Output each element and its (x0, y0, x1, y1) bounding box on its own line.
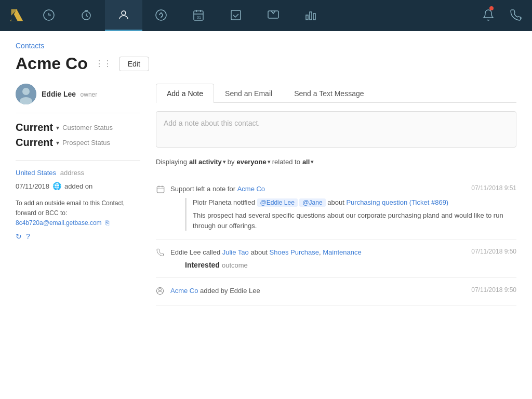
nav-item-tasks[interactable] (217, 0, 255, 31)
activity-2-time: 07/11/2018 9:50 (471, 248, 516, 255)
bcc-intro: To add an outside email to this Contact,… (16, 200, 125, 217)
activity-1-body: Piotr Planeta notified @Eddie Lee @Jane … (185, 198, 516, 231)
date-row: 07/11/2018 🌐 added on (16, 182, 140, 190)
svg-rect-17 (157, 187, 164, 193)
nav-item-notifications[interactable] (477, 0, 500, 31)
help-icon[interactable]: ? (26, 231, 30, 242)
svg-point-15 (22, 88, 30, 95)
activity-2-header: Eddie Lee called Julie Tao about Shoes P… (170, 248, 362, 257)
ticket-link[interactable]: Purchasing question (Ticket #869) (346, 198, 448, 206)
activity-1-time: 07/11/2018 9:51 (471, 184, 516, 192)
grid-icon[interactable]: ⋮⋮ (95, 59, 112, 69)
prospect-status-value: Current (16, 137, 53, 149)
main-panel: Add a Note Send an Email Send a Text Mes… (156, 84, 516, 306)
julie-tao-link[interactable]: Julie Tao (222, 248, 249, 256)
svg-rect-11 (306, 15, 308, 20)
page: Contacts Acme Co ⋮⋮ Edit Eddie Lee owner (0, 31, 532, 399)
edit-button[interactable]: Edit (119, 57, 149, 71)
nav-item-deals[interactable] (142, 0, 180, 31)
owner-role: owner (81, 91, 98, 98)
filter-prefix: Displaying (156, 158, 187, 166)
activity-filter: Displaying all activity ▾ by everyone ▾ … (156, 158, 516, 166)
address-label: address (60, 169, 84, 177)
svg-rect-13 (313, 14, 315, 20)
bcc-section: To add an outside email to this Contact,… (16, 198, 140, 242)
left-sidebar: Eddie Lee owner Current ▾ Customer Statu… (16, 84, 140, 306)
owner-name: Eddie Lee (42, 90, 76, 98)
nav-item-calendar[interactable]: 31 (180, 0, 217, 31)
bcc-email[interactable]: 8c4b720a@email.getbase.com (16, 219, 102, 227)
svg-point-5 (122, 11, 126, 15)
activity-1-note-text: This prospect had several specific quest… (193, 210, 516, 231)
nav-items: 31 (30, 0, 477, 31)
avatar (16, 84, 36, 104)
svg-text:31: 31 (197, 16, 201, 19)
activity-item-contact: Acme Co added by Eddie Lee 07/11/2018 9:… (156, 278, 516, 306)
filter-activity-type[interactable]: all activity ▾ (189, 158, 225, 166)
refresh-icon[interactable]: ↻ (16, 231, 22, 242)
activity-note-icon (156, 185, 166, 196)
mention-eddie: @Eddie Lee (257, 198, 298, 207)
activity-2-outcome: Interestedoutcome (185, 261, 516, 269)
note-input[interactable]: Add a note about this contact. (156, 111, 516, 148)
svg-rect-9 (231, 10, 241, 20)
activity-1-header: Support left a note for Acme Co (170, 184, 265, 194)
address-section: United States address 07/11/2018 🌐 added… (16, 169, 140, 190)
nav-item-contacts[interactable] (105, 0, 142, 31)
nav-item-reports[interactable] (292, 0, 329, 31)
svg-point-18 (158, 288, 161, 290)
page-title: Acme Co (16, 54, 88, 73)
activity-row-3: Acme Co added by Eddie Lee 07/11/2018 9:… (156, 286, 516, 297)
address-row: United States address (16, 169, 140, 177)
customer-status-row: Current ▾ Customer Status (16, 122, 140, 134)
activity-row-1: Support left a note for Acme Co 07/11/20… (156, 184, 516, 231)
status-section: Current ▾ Customer Status Current ▾ Pros… (16, 122, 140, 161)
tab-email[interactable]: Send an Email (214, 84, 283, 103)
filter-related-value[interactable]: all ▾ (302, 158, 313, 166)
bcc-actions: ↻ ? (16, 231, 140, 242)
owner-info: Eddie Lee owner (42, 89, 97, 99)
notification-badge (489, 6, 494, 10)
nav-item-phone[interactable] (504, 0, 527, 31)
acme-co-link-2[interactable]: Acme Co (170, 287, 198, 295)
nav-item-timer[interactable] (68, 0, 105, 31)
prospect-status-label: Prospect Status (62, 139, 110, 147)
maintenance-link[interactable]: Maintenance (323, 248, 361, 256)
activity-item-call: Eddie Lee called Julie Tao about Shoes P… (156, 240, 516, 277)
activity-row-2: Eddie Lee called Julie Tao about Shoes P… (156, 248, 516, 269)
nav-right (477, 0, 527, 31)
activity-item-note: Support left a note for Acme Co 07/11/20… (156, 176, 516, 240)
activity-3-header: Acme Co added by Eddie Lee (170, 286, 260, 296)
logo[interactable] (5, 0, 28, 31)
nav-item-messages[interactable] (255, 0, 292, 31)
filter-by-value[interactable]: everyone ▾ (237, 158, 270, 166)
tab-note[interactable]: Add a Note (156, 84, 214, 103)
prospect-status-arrow[interactable]: ▾ (56, 139, 59, 147)
content-area: Eddie Lee owner Current ▾ Customer Statu… (16, 84, 516, 306)
mention-jane: @Jane (299, 198, 325, 207)
added-label: added on (64, 182, 92, 190)
copy-icon[interactable]: ⎘ (105, 219, 109, 227)
acme-co-link-1[interactable]: Acme Co (237, 185, 265, 193)
page-header: Acme Co ⋮⋮ Edit (16, 54, 516, 73)
activity-1-mention-row: Piotr Planeta notified @Eddie Lee @Jane … (193, 198, 516, 207)
customer-status-arrow[interactable]: ▾ (56, 124, 59, 131)
svg-rect-12 (310, 12, 312, 20)
owner-row: Eddie Lee owner (16, 84, 140, 113)
customer-status-value: Current (16, 122, 53, 134)
activity-phone-icon (156, 248, 166, 259)
svg-point-6 (156, 10, 166, 20)
customer-status-label: Customer Status (62, 124, 113, 131)
shoes-purchase-link[interactable]: Shoes Purchase (270, 248, 319, 256)
breadcrumb[interactable]: Contacts (16, 42, 516, 50)
filter-by-label: by (228, 158, 235, 166)
added-date: 07/11/2018 (16, 182, 49, 190)
address-link[interactable]: United States (16, 169, 56, 177)
svg-rect-10 (268, 11, 278, 18)
filter-related-label: related to (272, 158, 300, 166)
nav-item-dashboard[interactable] (30, 0, 68, 31)
tabs: Add a Note Send an Email Send a Text Mes… (156, 84, 516, 103)
tab-text[interactable]: Send a Text Message (283, 84, 375, 103)
globe-icon: 🌐 (52, 182, 61, 190)
activity-3-time: 07/11/2018 9:50 (471, 286, 516, 294)
